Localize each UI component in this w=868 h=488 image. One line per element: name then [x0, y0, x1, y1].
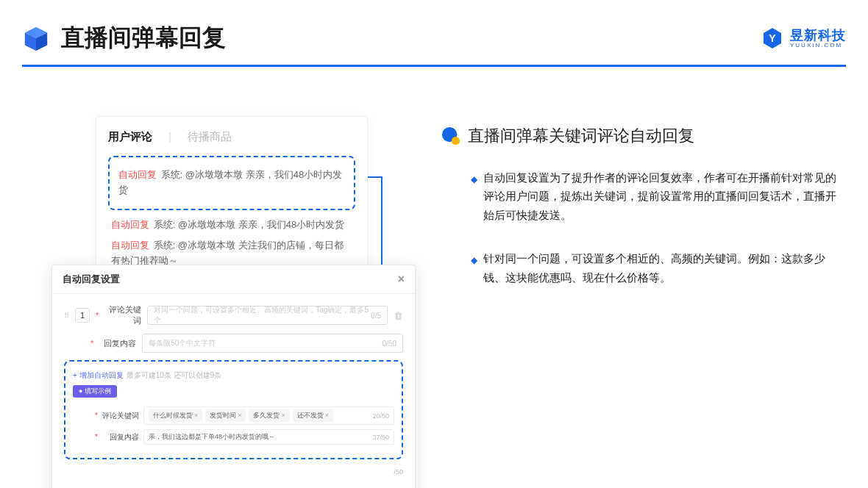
keyword-chip[interactable]: 还不发货× [293, 409, 333, 422]
header-divider [22, 65, 846, 67]
example-content-label: 回复内容 [102, 432, 139, 442]
tab-pending-products[interactable]: 待播商品 [188, 130, 232, 144]
required-star: * [95, 412, 98, 420]
example-keyword-label: 评论关键词 [102, 411, 139, 421]
outer-count: /50 [394, 468, 403, 476]
delete-icon[interactable]: 🗑 [394, 310, 403, 321]
section-title: 直播间弹幕关键词评论自动回复 [468, 125, 694, 147]
bullet-text-1: 自动回复设置为了提升作者的评论回复效率，作者可在开播前针对常见的评论用户问题，提… [483, 169, 839, 225]
example-keyword-input[interactable]: 什么时候发货× 发货时间× 多久发货× 还不发货× 20/50 [143, 406, 394, 425]
required-star: * [96, 311, 99, 320]
bullet-icon: ◆ [471, 172, 477, 225]
cube-icon [22, 24, 50, 52]
chat-bubble-icon [441, 126, 460, 146]
rule-index: 1 [75, 308, 90, 323]
content-input[interactable]: 每条限50个中文字符 0/50 [142, 334, 403, 353]
content-label: 回复内容 [99, 338, 136, 349]
brand-name-en: YUUXIN.COM [790, 43, 846, 49]
example-ct-count: 37/50 [372, 434, 389, 441]
reply-text-2: 系统: @冰墩墩本墩 亲亲，我们48小时内发货 [154, 219, 345, 230]
keyword-count: 0/5 [371, 312, 381, 320]
keyword-chip[interactable]: 多久发货× [249, 409, 289, 422]
example-content-text: 亲，我们这边都是下单48小时内发货的哦～ [149, 432, 275, 442]
example-kw-count: 20/50 [372, 412, 389, 420]
auto-reply-tag: 自动回复 [111, 240, 149, 251]
svg-point-5 [452, 137, 460, 145]
keyword-chip[interactable]: 什么时候发货× [149, 409, 202, 422]
keyword-chip[interactable]: 发货时间× [205, 409, 246, 422]
auto-reply-settings-modal: 自动回复设置 × ⠿ 1 * 评论关键词 对同一个问题，可设置多个相近、高频的关… [51, 265, 416, 488]
example-section: + 增加自动回复最多可建10条 还可以创建9条 ● 填写示例 * 评论关键词 什… [64, 360, 403, 459]
page-title: 直播间弹幕回复 [61, 22, 226, 54]
close-icon[interactable]: × [398, 273, 405, 286]
tab-divider: | [168, 130, 171, 144]
svg-text:Y: Y [769, 32, 776, 44]
keyword-input[interactable]: 对同一个问题，可设置多个相近、高频的关键词，Tag确定，最多5个 0/5 [147, 306, 388, 325]
bullet-icon: ◆ [471, 253, 477, 287]
content-count: 0/50 [383, 340, 396, 348]
auto-reply-tag: 自动回复 [111, 219, 149, 230]
brand-name-cn: 昱新科技 [790, 29, 846, 42]
auto-reply-tag: 自动回复 [118, 169, 157, 180]
example-content-input[interactable]: 亲，我们这边都是下单48小时内发货的哦～ 37/50 [143, 429, 394, 445]
required-star: * [90, 339, 93, 348]
keyword-placeholder: 对同一个问题，可设置多个相近、高频的关键词，Tag确定，最多5个 [154, 305, 371, 326]
add-reply-hint: 最多可建10条 还可以创建9条 [127, 371, 221, 379]
highlighted-reply: 自动回复 系统: @冰墩墩本墩 亲亲，我们48小时内发货 [108, 156, 355, 210]
required-star: * [95, 433, 98, 441]
example-badge: ● 填写示例 [73, 385, 117, 398]
drag-handle-icon[interactable]: ⠿ [64, 312, 69, 320]
brand-logo: Y 昱新科技 YUUXIN.COM [761, 26, 846, 50]
bullet-text-2: 针对同一个问题，可设置多个相近的、高频的关键词。例如：这款多少钱、这块能优惠吗、… [483, 250, 839, 287]
modal-title: 自动回复设置 [63, 273, 120, 286]
content-placeholder: 每条限50个中文字符 [149, 338, 216, 348]
add-reply-link[interactable]: + 增加自动回复 [73, 371, 124, 379]
tab-user-comments[interactable]: 用户评论 [108, 130, 152, 144]
keyword-label: 评论关键词 [104, 304, 141, 326]
